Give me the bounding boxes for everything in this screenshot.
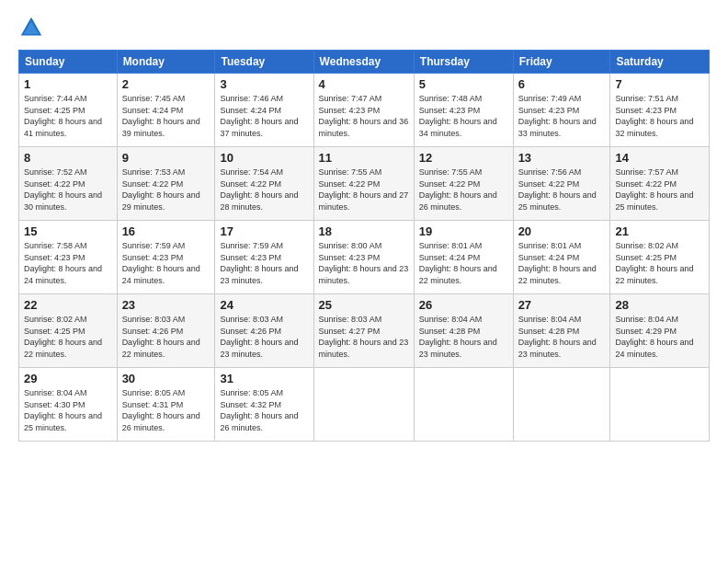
day-number: 6 — [518, 77, 606, 91]
day-info: Sunrise: 8:04 AMSunset: 4:30 PMDaylight:… — [24, 388, 102, 432]
day-info: Sunrise: 8:02 AMSunset: 4:25 PMDaylight:… — [24, 315, 102, 359]
day-number: 10 — [220, 151, 308, 165]
calendar-cell: 13 Sunrise: 7:56 AMSunset: 4:22 PMDaylig… — [513, 147, 610, 221]
calendar-cell: 25 Sunrise: 8:03 AMSunset: 4:27 PMDaylig… — [313, 294, 414, 368]
day-info: Sunrise: 8:01 AMSunset: 4:24 PMDaylight:… — [518, 241, 597, 285]
day-number: 30 — [122, 372, 210, 385]
weekday-header-wednesday: Wednesday — [313, 51, 414, 74]
day-number: 1 — [24, 77, 112, 91]
day-number: 9 — [122, 151, 210, 165]
calendar-week-3: 15 Sunrise: 7:58 AMSunset: 4:23 PMDaylig… — [19, 221, 710, 294]
day-number: 12 — [419, 151, 508, 165]
calendar-week-2: 8 Sunrise: 7:52 AMSunset: 4:22 PMDayligh… — [19, 147, 710, 221]
day-info: Sunrise: 8:04 AMSunset: 4:28 PMDaylight:… — [419, 315, 497, 359]
calendar-cell: 1 Sunrise: 7:44 AMSunset: 4:25 PMDayligh… — [19, 74, 118, 147]
calendar-cell: 26 Sunrise: 8:04 AMSunset: 4:28 PMDaylig… — [414, 294, 513, 368]
calendar-cell: 19 Sunrise: 8:01 AMSunset: 4:24 PMDaylig… — [414, 221, 513, 294]
day-number: 27 — [518, 298, 606, 312]
day-number: 24 — [220, 298, 308, 312]
day-info: Sunrise: 8:04 AMSunset: 4:28 PMDaylight:… — [518, 315, 597, 359]
day-number: 13 — [518, 151, 606, 165]
day-number: 31 — [220, 372, 308, 385]
day-number: 20 — [518, 224, 606, 238]
day-number: 7 — [615, 77, 704, 91]
day-number: 25 — [319, 298, 409, 312]
weekday-header-sunday: Sunday — [19, 51, 118, 74]
calendar-table: SundayMondayTuesdayWednesdayThursdayFrid… — [18, 50, 710, 442]
logo-icon — [18, 15, 44, 40]
weekday-header-saturday: Saturday — [610, 51, 710, 74]
day-info: Sunrise: 7:52 AMSunset: 4:22 PMDaylight:… — [24, 167, 102, 212]
calendar-cell — [513, 368, 610, 442]
calendar-cell: 18 Sunrise: 8:00 AMSunset: 4:23 PMDaylig… — [313, 221, 414, 294]
day-number: 17 — [220, 224, 308, 238]
page: SundayMondayTuesdayWednesdayThursdayFrid… — [0, 0, 728, 563]
calendar-cell: 6 Sunrise: 7:49 AMSunset: 4:23 PMDayligh… — [513, 74, 610, 147]
day-info: Sunrise: 7:54 AMSunset: 4:22 PMDaylight:… — [220, 167, 298, 212]
day-info: Sunrise: 7:55 AMSunset: 4:22 PMDaylight:… — [319, 167, 409, 212]
day-number: 29 — [24, 372, 112, 385]
calendar-cell: 20 Sunrise: 8:01 AMSunset: 4:24 PMDaylig… — [513, 221, 610, 294]
day-info: Sunrise: 8:03 AMSunset: 4:26 PMDaylight:… — [122, 315, 200, 359]
logo — [18, 15, 48, 40]
calendar-cell: 3 Sunrise: 7:46 AMSunset: 4:24 PMDayligh… — [215, 74, 313, 147]
day-info: Sunrise: 7:45 AMSunset: 4:24 PMDaylight:… — [122, 94, 200, 138]
calendar-week-1: 1 Sunrise: 7:44 AMSunset: 4:25 PMDayligh… — [19, 74, 710, 147]
day-number: 23 — [122, 298, 210, 312]
calendar-cell: 14 Sunrise: 7:57 AMSunset: 4:22 PMDaylig… — [610, 147, 710, 221]
weekday-header-monday: Monday — [117, 51, 215, 74]
day-number: 15 — [24, 224, 112, 238]
calendar-header-row: SundayMondayTuesdayWednesdayThursdayFrid… — [19, 51, 710, 74]
calendar-cell: 31 Sunrise: 8:05 AMSunset: 4:32 PMDaylig… — [215, 368, 313, 442]
calendar-cell — [313, 368, 414, 442]
calendar-cell: 8 Sunrise: 7:52 AMSunset: 4:22 PMDayligh… — [19, 147, 118, 221]
day-number: 21 — [615, 224, 704, 238]
day-number: 11 — [319, 151, 409, 165]
day-info: Sunrise: 7:51 AMSunset: 4:23 PMDaylight:… — [615, 94, 693, 138]
calendar-cell: 9 Sunrise: 7:53 AMSunset: 4:22 PMDayligh… — [117, 147, 215, 221]
day-number: 28 — [615, 298, 704, 312]
calendar-cell: 4 Sunrise: 7:47 AMSunset: 4:23 PMDayligh… — [313, 74, 414, 147]
calendar-cell: 12 Sunrise: 7:55 AMSunset: 4:22 PMDaylig… — [414, 147, 513, 221]
day-number: 3 — [220, 77, 308, 91]
calendar-cell: 27 Sunrise: 8:04 AMSunset: 4:28 PMDaylig… — [513, 294, 610, 368]
day-info: Sunrise: 7:46 AMSunset: 4:24 PMDaylight:… — [220, 94, 298, 138]
day-info: Sunrise: 8:03 AMSunset: 4:26 PMDaylight:… — [220, 315, 298, 359]
calendar-cell: 5 Sunrise: 7:48 AMSunset: 4:23 PMDayligh… — [414, 74, 513, 147]
calendar-cell: 10 Sunrise: 7:54 AMSunset: 4:22 PMDaylig… — [215, 147, 313, 221]
day-info: Sunrise: 7:47 AMSunset: 4:23 PMDaylight:… — [319, 94, 409, 138]
calendar-cell: 23 Sunrise: 8:03 AMSunset: 4:26 PMDaylig… — [117, 294, 215, 368]
day-info: Sunrise: 7:59 AMSunset: 4:23 PMDaylight:… — [122, 241, 200, 285]
header — [18, 15, 710, 40]
day-info: Sunrise: 7:44 AMSunset: 4:25 PMDaylight:… — [24, 94, 102, 138]
day-number: 18 — [319, 224, 409, 238]
calendar-cell: 28 Sunrise: 8:04 AMSunset: 4:29 PMDaylig… — [610, 294, 710, 368]
weekday-header-friday: Friday — [513, 51, 610, 74]
weekday-header-tuesday: Tuesday — [215, 51, 313, 74]
day-info: Sunrise: 7:53 AMSunset: 4:22 PMDaylight:… — [122, 167, 200, 212]
calendar-cell — [610, 368, 710, 442]
day-info: Sunrise: 7:49 AMSunset: 4:23 PMDaylight:… — [518, 94, 597, 138]
day-info: Sunrise: 7:55 AMSunset: 4:22 PMDaylight:… — [419, 167, 497, 212]
calendar-cell: 2 Sunrise: 7:45 AMSunset: 4:24 PMDayligh… — [117, 74, 215, 147]
calendar-cell: 7 Sunrise: 7:51 AMSunset: 4:23 PMDayligh… — [610, 74, 710, 147]
day-number: 4 — [319, 77, 409, 91]
calendar-cell: 17 Sunrise: 7:59 AMSunset: 4:23 PMDaylig… — [215, 221, 313, 294]
day-number: 16 — [122, 224, 210, 238]
day-info: Sunrise: 7:48 AMSunset: 4:23 PMDaylight:… — [419, 94, 497, 138]
day-info: Sunrise: 8:04 AMSunset: 4:29 PMDaylight:… — [615, 315, 693, 359]
calendar-cell: 22 Sunrise: 8:02 AMSunset: 4:25 PMDaylig… — [19, 294, 118, 368]
day-info: Sunrise: 7:59 AMSunset: 4:23 PMDaylight:… — [220, 241, 298, 285]
day-number: 5 — [419, 77, 508, 91]
day-number: 14 — [615, 151, 704, 165]
calendar-cell: 30 Sunrise: 8:05 AMSunset: 4:31 PMDaylig… — [117, 368, 215, 442]
calendar-week-4: 22 Sunrise: 8:02 AMSunset: 4:25 PMDaylig… — [19, 294, 710, 368]
day-number: 2 — [122, 77, 210, 91]
calendar-cell: 15 Sunrise: 7:58 AMSunset: 4:23 PMDaylig… — [19, 221, 118, 294]
calendar-cell: 11 Sunrise: 7:55 AMSunset: 4:22 PMDaylig… — [313, 147, 414, 221]
weekday-header-thursday: Thursday — [414, 51, 513, 74]
calendar-week-5: 29 Sunrise: 8:04 AMSunset: 4:30 PMDaylig… — [19, 368, 710, 442]
day-number: 22 — [24, 298, 112, 312]
day-info: Sunrise: 8:03 AMSunset: 4:27 PMDaylight:… — [319, 315, 409, 359]
day-info: Sunrise: 8:02 AMSunset: 4:25 PMDaylight:… — [615, 241, 693, 285]
